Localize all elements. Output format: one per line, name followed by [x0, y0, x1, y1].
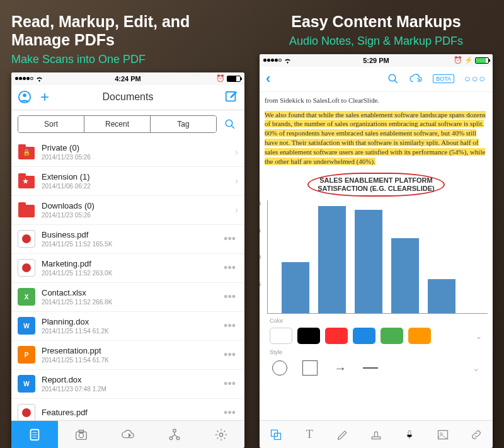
tool-audio[interactable] — [392, 421, 426, 448]
svg-point-14 — [173, 429, 176, 432]
svg-line-17 — [394, 81, 398, 84]
profile-icon[interactable] — [18, 90, 32, 104]
chevron-right-icon[interactable]: › — [235, 176, 238, 186]
more-icon[interactable]: ••• — [221, 290, 238, 304]
compose-icon[interactable] — [224, 90, 238, 104]
section-label-color: Color — [265, 316, 488, 324]
row-title: Planning.dox — [42, 317, 221, 326]
color-swatch[interactable] — [270, 328, 292, 344]
chart-title-annotation: SALES ENABLEMENT PLATFORM SATISFACTION (… — [307, 173, 445, 197]
docx-file-icon: W — [18, 317, 35, 335]
svg-point-1 — [23, 94, 26, 98]
tab-share[interactable] — [151, 421, 198, 448]
pdf-file-icon — [18, 404, 35, 420]
folder-icon: ★ — [18, 172, 35, 190]
segment-row: Sort Recent Tag — [11, 110, 244, 138]
chevron-down-icon[interactable]: ⌄ — [472, 363, 480, 373]
folder-icon — [18, 201, 35, 219]
folder-row[interactable]: Downloads (0)2014/11/23 05:26› — [11, 196, 244, 225]
more-icon[interactable]: ••• — [221, 261, 238, 275]
chart-bar — [282, 262, 309, 313]
document-list[interactable]: 🔒Private (0)2014/11/23 05:26›★Extension … — [11, 138, 244, 421]
color-swatch[interactable] — [381, 328, 403, 344]
tab-settings[interactable] — [198, 421, 244, 448]
alarm-icon: ⏰ — [454, 56, 462, 64]
more-icon[interactable]: ••• — [221, 348, 238, 362]
file-row[interactable]: WReport.dox2014/11/23 07:48 1.2M••• — [11, 370, 244, 399]
phone-screenshot-left: 4:24 PM ⏰ + Documents — [11, 72, 244, 449]
row-title: Business.pdf — [42, 230, 221, 239]
folder-row[interactable]: ★Extension (1)2014/11/06 06:22› — [11, 167, 244, 196]
chevron-down-icon[interactable]: ⌄ — [475, 331, 483, 341]
tool-stamp[interactable] — [360, 421, 393, 448]
chart-y-axis: 604530150 — [260, 200, 266, 314]
document-viewer[interactable]: from Sidekick to SalesLoft to ClearSlide… — [260, 92, 493, 420]
more-icon[interactable]: ••• — [221, 233, 238, 246]
file-row[interactable]: XContact.xlsx2014/11/25 11:52 266.8K••• — [11, 283, 244, 312]
tool-link[interactable] — [459, 421, 493, 448]
tab-camera[interactable] — [58, 421, 105, 448]
chevron-right-icon[interactable]: › — [235, 205, 238, 215]
color-swatch[interactable] — [325, 328, 348, 344]
tab-cloud[interactable] — [105, 421, 151, 448]
promo-left-title: Read, Markup, Edit, and Manage PDFs — [11, 13, 244, 49]
svg-point-15 — [219, 433, 223, 437]
shape-arrow-icon[interactable]: → — [333, 360, 348, 376]
tool-shapes[interactable] — [260, 421, 293, 448]
tool-pen[interactable] — [326, 421, 360, 448]
file-row[interactable]: Features.pdf••• — [11, 399, 244, 421]
row-meta: 2014/11/06 06:22 — [42, 183, 235, 190]
color-palette: ⌄ — [265, 324, 488, 348]
row-title: Contact.xlsx — [42, 288, 221, 297]
status-bar: 4:24 PM ⏰ — [11, 72, 244, 85]
color-swatch[interactable] — [353, 328, 375, 344]
more-icon[interactable]: ••• — [221, 377, 238, 391]
bota-badge-icon[interactable]: BOTA — [433, 74, 454, 83]
tab-bar — [11, 420, 244, 448]
cloud-share-icon[interactable] — [409, 73, 423, 84]
color-swatch[interactable] — [297, 328, 320, 344]
shape-square-icon[interactable] — [302, 360, 318, 376]
folder-row[interactable]: 🔒Private (0)2014/11/23 05:26› — [11, 138, 244, 167]
back-icon[interactable]: ‹ — [266, 71, 270, 87]
chart-title-line1: SALES ENABLEMENT PLATFORM — [318, 176, 435, 185]
tool-text[interactable]: T — [293, 421, 326, 448]
shape-line-icon[interactable] — [363, 360, 378, 376]
chevron-right-icon[interactable]: › — [235, 147, 238, 157]
row-title: Presentation.ppt — [42, 346, 221, 355]
search-icon[interactable] — [387, 73, 399, 84]
markup-toolbar: T — [260, 420, 493, 448]
svg-point-3 — [226, 120, 232, 127]
color-swatch[interactable] — [408, 328, 431, 344]
more-icon[interactable]: ••• — [221, 406, 238, 420]
highlighted-text: We also found that while the sales enabl… — [265, 110, 488, 166]
shape-circle-icon[interactable] — [272, 360, 287, 376]
row-meta: 2014/11/25 11:54 61.7K — [42, 357, 221, 364]
tab-documents[interactable] — [11, 421, 58, 448]
signal-dots-icon — [263, 59, 282, 62]
file-row[interactable]: Marketing.pdf2014/11/25 11:52 263.0K••• — [11, 254, 244, 283]
segment-recent[interactable]: Recent — [84, 116, 151, 132]
row-meta: 2014/11/25 11:54 61.2K — [42, 328, 221, 335]
segment-control[interactable]: Sort Recent Tag — [18, 115, 217, 133]
more-icon[interactable]: ○○○ — [464, 73, 486, 84]
add-icon[interactable]: + — [40, 88, 49, 106]
row-title: Features.pdf — [42, 408, 221, 417]
file-row[interactable]: PPresentation.ppt2014/11/25 11:54 61.7K•… — [11, 341, 244, 370]
pdf-file-icon — [18, 259, 35, 277]
svg-point-10 — [79, 433, 83, 437]
bar-chart — [267, 200, 488, 314]
battery-icon — [227, 76, 241, 82]
tool-image[interactable] — [426, 421, 459, 448]
promo-right-title: Easy Content Markups — [260, 13, 493, 31]
segment-sort[interactable]: Sort — [18, 116, 84, 132]
search-icon[interactable] — [222, 118, 238, 130]
row-title: Report.dox — [42, 375, 221, 384]
nav-bar: + Documents — [11, 85, 244, 110]
file-row[interactable]: Business.pdf2014/11/25 11:52 165.5K••• — [11, 225, 244, 254]
document-text-pre: from Sidekick to SalesLoft to ClearSlide… — [265, 96, 488, 105]
segment-tag[interactable]: Tag — [151, 116, 216, 132]
file-row[interactable]: WPlanning.dox2014/11/25 11:54 61.2K••• — [11, 312, 244, 341]
more-icon[interactable]: ••• — [221, 319, 238, 333]
phone-screenshot-right: 5:29 PM ⏰ ⚡ ‹ BOTA ○○○ — [260, 54, 493, 448]
